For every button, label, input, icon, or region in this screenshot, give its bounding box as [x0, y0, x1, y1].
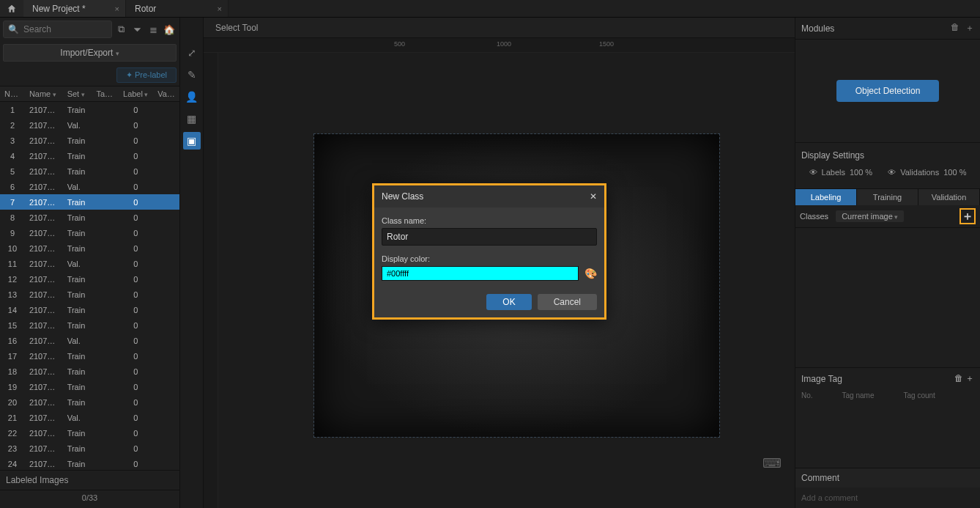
grid-body: 1210702-...Train02210702-...Val.03210702… [0, 102, 179, 470]
table-row[interactable]: 8210702-...Train0 [0, 210, 179, 225]
tab-project-label: New Project * [32, 4, 86, 14]
table-row[interactable]: 20210702-...Train0 [0, 394, 179, 410]
tool-box-icon[interactable]: ▣ [183, 132, 201, 150]
tab-project[interactable]: New Project * × [23, 0, 126, 17]
table-row[interactable]: 9210702-...Train0 [0, 225, 179, 240]
add-class-button[interactable]: ＋ [959, 208, 976, 224]
table-row[interactable]: 5210702-...Train0 [0, 163, 179, 179]
grid-header: No. Name Set Tag Label Val. [0, 86, 179, 102]
mode-tabs: Labeling Training Validation [795, 188, 980, 205]
folder-icon[interactable]: 🏠 [162, 22, 177, 37]
ruler-vertical [204, 53, 218, 508]
table-row[interactable]: 11210702-...Val.0 [0, 256, 179, 271]
modules-title: Modules [801, 23, 834, 34]
sparkle-icon: ✦ [126, 70, 135, 79]
tab-labeling[interactable]: Labeling [795, 189, 857, 205]
left-panel: 🔍 Search ⧉ ⏷ ≣ 🏠 Import/Export ✦ Pre-lab… [0, 18, 180, 508]
table-row[interactable]: 23210702-...Train0 [0, 441, 179, 456]
col-tag[interactable]: Tag [92, 86, 118, 101]
col-set[interactable]: Set [63, 86, 92, 101]
table-row[interactable]: 15210702-...Train0 [0, 317, 179, 333]
tab-rotor[interactable]: Rotor × [126, 0, 229, 17]
tool-crop-icon[interactable]: ⤢ [183, 44, 201, 62]
search-input[interactable]: 🔍 Search [3, 21, 112, 38]
col-no[interactable]: No. [0, 86, 25, 101]
keyboard-icon[interactable]: ⌨ [762, 455, 782, 471]
table-row[interactable]: 13210702-...Train0 [0, 287, 179, 302]
tool-select-icon[interactable]: ▦ [183, 110, 201, 128]
eye-icon[interactable]: 👁 [809, 168, 817, 177]
table-row[interactable]: 24210702-...Train0 [0, 456, 179, 470]
prelabel-button[interactable]: ✦ Pre-label [116, 67, 177, 83]
table-row[interactable]: 12210702-...Train0 [0, 271, 179, 287]
select-tool-bar: Select Tool [204, 18, 795, 38]
filter-icon[interactable]: ⧉ [114, 22, 128, 37]
home-icon[interactable] [0, 0, 23, 17]
object-detection-node[interactable]: Object Detection [836, 80, 940, 102]
table-row[interactable]: 14210702-...Train0 [0, 302, 179, 317]
ruler-horizontal: 500 1000 1500 [204, 38, 795, 53]
class-name-label: Class name: [382, 216, 597, 225]
tab-training[interactable]: Training [857, 189, 918, 205]
current-image-dropdown[interactable]: Current image [836, 210, 904, 222]
table-row[interactable]: 7210702-...Train0 [0, 194, 179, 210]
table-row[interactable]: 22210702-...Train0 [0, 425, 179, 441]
color-input[interactable]: #00ffff [382, 266, 579, 281]
toolstrip: ⤢ ✎ 👤 ▦ ▣ [180, 18, 204, 508]
table-row[interactable]: 18210702-...Train0 [0, 364, 179, 379]
class-name-input[interactable] [382, 228, 597, 246]
table-row[interactable]: 21210702-...Val.0 [0, 410, 179, 425]
tab-rotor-label: Rotor [135, 4, 156, 14]
table-row[interactable]: 1210702-...Train0 [0, 102, 179, 117]
tab-bar: New Project * × Rotor × [0, 0, 980, 18]
search-icon: 🔍 [8, 24, 19, 34]
comment-title: Comment [795, 468, 980, 487]
eye-icon[interactable]: 👁 [888, 168, 896, 177]
col-label[interactable]: Label [118, 86, 153, 101]
col-val[interactable]: Val. [153, 86, 179, 101]
table-row[interactable]: 19210702-...Train0 [0, 379, 179, 394]
dialog-title: New Class [382, 191, 423, 202]
table-row[interactable]: 3210702-...Train0 [0, 133, 179, 148]
cancel-button[interactable]: Cancel [538, 294, 597, 310]
comment-input[interactable]: Add a comment [795, 487, 980, 508]
tool-wand-icon[interactable]: ✎ [183, 66, 201, 84]
image-tag-title: Image Tag [801, 374, 842, 384]
tab-validation[interactable]: Validation [918, 189, 980, 205]
labeled-images-label: Labeled Images [0, 470, 179, 490]
display-settings-title: Display Settings [801, 150, 974, 161]
classes-label: Classes [800, 212, 828, 221]
display-color-label: Display color: [382, 254, 597, 263]
plus-icon[interactable]: ＋ [965, 22, 974, 34]
trash-icon[interactable]: 🗑 [954, 373, 963, 383]
import-export-button[interactable]: Import/Export [3, 44, 177, 62]
table-row[interactable]: 6210702-...Val.0 [0, 179, 179, 194]
table-row[interactable]: 10210702-...Train0 [0, 240, 179, 256]
table-row[interactable]: 4210702-...Train0 [0, 148, 179, 163]
tool-person-icon[interactable]: 👤 [183, 88, 201, 106]
table-row[interactable]: 2210702-...Val.0 [0, 117, 179, 133]
new-class-dialog: New Class ✕ Class name: Display color: #… [372, 183, 606, 320]
ok-button[interactable]: OK [486, 294, 531, 310]
right-panel: Modules 🗑 ＋ Object Detection Display Set… [795, 18, 980, 508]
table-row[interactable]: 17210702-...Train0 [0, 348, 179, 364]
close-icon[interactable]: × [218, 4, 222, 13]
search-placeholder: Search [23, 24, 51, 34]
progress-text: 0/33 [0, 490, 179, 508]
plus-icon[interactable]: ＋ [965, 373, 974, 383]
close-icon[interactable]: ✕ [590, 191, 597, 202]
table-row[interactable]: 16210702-...Val.0 [0, 333, 179, 348]
col-name[interactable]: Name [25, 86, 63, 101]
close-icon[interactable]: × [115, 4, 119, 13]
list-icon[interactable]: ≣ [146, 22, 160, 37]
palette-icon[interactable]: 🎨 [584, 268, 597, 279]
trash-icon[interactable]: 🗑 [951, 22, 959, 34]
funnel-icon[interactable]: ⏷ [130, 22, 144, 37]
